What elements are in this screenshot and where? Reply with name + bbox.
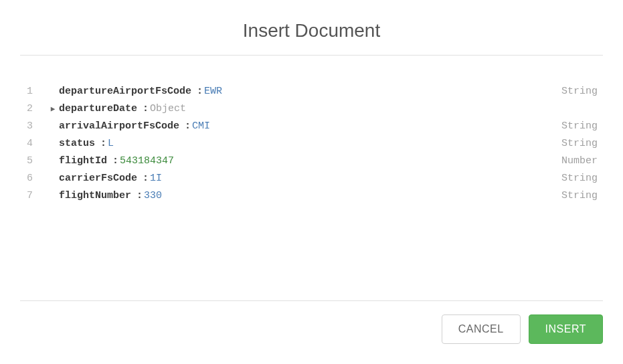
field-content[interactable]: status:L	[59, 138, 543, 149]
field-value[interactable]: EWR	[204, 86, 222, 97]
colon: :	[143, 173, 149, 184]
field-key[interactable]: arrivalAirportFsCode	[59, 120, 179, 132]
dialog-footer: CANCEL INSERT	[20, 301, 603, 351]
dialog-title: Insert Document	[20, 13, 603, 55]
colon: :	[112, 155, 118, 167]
field-key[interactable]: carrierFsCode	[59, 173, 137, 184]
line-number: 1	[20, 86, 47, 97]
line-number: 2	[20, 103, 47, 114]
line-number: 5	[20, 155, 47, 167]
field-type[interactable]: String	[543, 138, 603, 149]
field-content[interactable]: flightId:543184347	[59, 155, 543, 167]
colon: :	[185, 120, 191, 132]
field-key[interactable]: departureAirportFsCode	[59, 86, 191, 97]
document-editor[interactable]: 1departureAirportFsCode:EWRString2▶depar…	[20, 56, 603, 300]
field-type[interactable]: String	[543, 120, 603, 132]
field-content[interactable]: carrierFsCode:1I	[59, 173, 543, 184]
editor-row[interactable]: 4status:LString	[20, 134, 603, 152]
editor-row[interactable]: 6carrierFsCode:1IString	[20, 169, 603, 187]
field-content[interactable]: arrivalAirportFsCode:CMI	[59, 120, 543, 132]
editor-row[interactable]: 7flightNumber:330String	[20, 187, 603, 204]
field-type[interactable]: String	[543, 86, 603, 97]
line-number: 7	[20, 190, 47, 201]
field-key[interactable]: departureDate	[59, 103, 137, 114]
field-content[interactable]: flightNumber:330	[59, 190, 543, 201]
line-number: 6	[20, 173, 47, 184]
insert-button[interactable]: INSERT	[529, 314, 603, 344]
colon: :	[100, 138, 106, 149]
field-value[interactable]: CMI	[192, 120, 210, 132]
editor-row[interactable]: 5flightId:543184347Number	[20, 152, 603, 169]
field-content[interactable]: departureDate:Object	[59, 103, 543, 114]
line-number: 3	[20, 120, 47, 132]
field-key[interactable]: flightNumber	[59, 190, 131, 201]
editor-row[interactable]: 2▶departureDate:Object	[20, 100, 603, 117]
line-number: 4	[20, 138, 47, 149]
field-value[interactable]: 1I	[150, 173, 162, 184]
field-content[interactable]: departureAirportFsCode:EWR	[59, 86, 543, 97]
field-value[interactable]: L	[108, 138, 114, 149]
field-value[interactable]: 330	[144, 190, 162, 201]
field-type[interactable]: Number	[543, 155, 603, 167]
field-key[interactable]: flightId	[59, 155, 107, 167]
editor-row[interactable]: 3arrivalAirportFsCode:CMIString	[20, 117, 603, 134]
colon: :	[143, 103, 149, 114]
field-value[interactable]: Object	[150, 103, 186, 114]
expand-toggle-icon[interactable]: ▶	[47, 104, 59, 113]
cancel-button[interactable]: CANCEL	[442, 314, 521, 344]
editor-row[interactable]: 1departureAirportFsCode:EWRString	[20, 82, 603, 100]
field-key[interactable]: status	[59, 138, 95, 149]
insert-document-dialog: Insert Document 1departureAirportFsCode:…	[0, 0, 623, 364]
field-type[interactable]: String	[543, 190, 603, 201]
field-type[interactable]: String	[543, 173, 603, 184]
colon: :	[137, 190, 143, 201]
field-value[interactable]: 543184347	[120, 155, 174, 167]
colon: :	[197, 86, 203, 97]
